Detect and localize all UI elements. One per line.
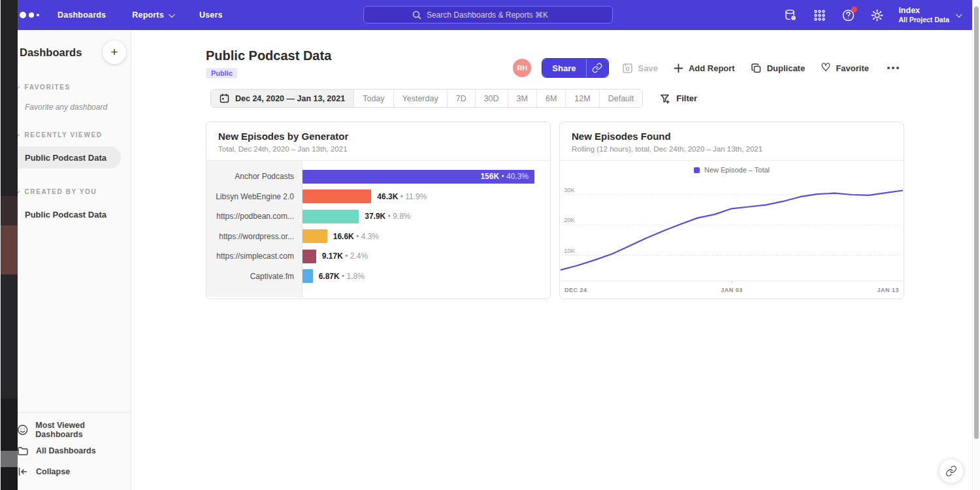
y-axis-tick: 30K [564,186,576,193]
avatar[interactable]: RH [513,59,531,77]
page-scrollbar [972,0,980,490]
project-switcher[interactable]: Index All Project Data [898,6,960,24]
date-preset-30d[interactable]: 30D [475,90,508,107]
nav-item-label: Users [199,10,223,20]
help-icon[interactable] [841,8,855,22]
bar-row: Captivate.fm6.87K • 1.8% [206,267,550,287]
folder-icon [17,445,29,457]
line-series-new-episode-total[interactable] [561,191,903,270]
link-icon [592,63,602,73]
nav-item-reports[interactable]: Reports [132,10,173,20]
date-preset-yesterday[interactable]: Yesterday [393,90,447,107]
legend-label: New Episode – Total [704,166,770,174]
data-management-icon[interactable] [783,8,798,22]
collapse-icon [17,466,29,478]
section-header-recently-viewed[interactable]: RECENTLY VIEWED [5,129,131,141]
nav-item-label: Reports [132,10,164,20]
date-preset-today[interactable]: Today [353,90,393,107]
top-nav: Dashboards Reports Users [5,0,972,30]
card-new-episodes-by-generator: New Episodes by Generator Total, Dec 24t… [206,122,551,299]
bar-segment[interactable]: 156K • 40.3% [302,170,534,184]
gear-icon[interactable] [870,8,884,22]
bar-segment[interactable] [302,269,313,283]
save-label: Save [638,63,658,73]
sidebar-item-public-podcast-data[interactable]: Public Podcast Data [5,146,121,169]
y-axis-tick: 10K [564,247,576,254]
share-button[interactable]: Share [542,59,585,77]
more-options-button[interactable] [885,64,902,72]
save-button[interactable]: Save [622,63,658,74]
nav-item-dashboards[interactable]: Dashboards [57,10,106,20]
date-preset-12m[interactable]: 12M [565,90,598,107]
notification-badge [851,7,857,12]
global-search[interactable] [363,6,613,24]
date-preset-6m[interactable]: 6M [536,90,565,107]
bar-value-label: 16.6K • 4.3% [333,232,379,241]
bar-row: Anchor Podcasts156K • 40.3% [206,167,550,187]
x-axis-tick: JAN 13 [877,287,899,293]
duplicate-button[interactable]: Duplicate [751,63,806,74]
visibility-badge: Public [206,68,237,78]
copy-link-button[interactable] [586,59,608,77]
all-dashboards-button[interactable]: All Dashboards [5,440,131,461]
card-title: New Episodes by Generator [218,131,538,142]
bar-segment[interactable] [302,250,316,263]
card-new-episodes-found: New Episodes Found Rolling (12 hours), t… [559,122,904,299]
bar-row: https://podbean.com...37.9K • 9.8% [206,206,550,227]
add-report-label: Add Report [689,63,735,73]
calendar-icon [220,93,229,103]
bar-value-label: 37.9K • 9.8% [365,212,410,221]
apps-grid-icon[interactable] [812,8,826,22]
footer-item-label: Collapse [36,467,70,476]
line-chart-plot[interactable]: 10K20K30KDEC 24JAN 03JAN 13 [561,178,903,297]
bar-segment[interactable] [302,210,359,223]
footer-item-label: All Dashboards [36,446,96,455]
chart-legend: New Episode – Total [560,161,904,174]
plus-icon [674,63,683,73]
bar-category-label: https://podbean.com... [206,212,302,221]
y-axis-tick: 20K [564,216,576,223]
most-viewed-dashboards-button[interactable]: Most Viewed Dashboards [5,419,131,440]
share-link-fab[interactable] [939,459,964,483]
sidebar-item-public-podcast-data[interactable]: Public Podcast Data [5,203,131,225]
sidebar-title: Dashboards [20,46,82,59]
share-split-button: Share [542,58,608,78]
bar-segment[interactable] [302,229,327,243]
section-header-favorites[interactable]: FAVORITES [5,81,131,93]
date-preset-7d[interactable]: 7D [447,90,475,107]
date-range-label: Dec 24, 2020 — Jan 13, 2021 [235,94,345,103]
search-input[interactable] [427,10,564,20]
x-axis-tick: DEC 24 [564,287,587,293]
add-report-button[interactable]: Add Report [674,63,735,73]
bar-segment[interactable] [302,189,371,203]
link-icon [945,465,957,477]
favorite-button[interactable]: ♡ Favorite [821,63,869,73]
bar-value-label: 46.3K • 11.9% [377,192,427,201]
smiley-icon [17,424,28,436]
bar-value-label: 6.87K • 1.8% [319,272,365,281]
mixpanel-logo-icon[interactable] [20,12,39,18]
section-header-created-by-you[interactable]: CREATED BY YOU [5,186,131,198]
chevron-down-icon [956,11,962,18]
collapse-sidebar-button[interactable]: Collapse [5,461,131,482]
add-dashboard-button[interactable]: + [103,41,126,64]
section-label: CREATED BY YOU [25,188,97,195]
bar-row: https://wordpress.or...16.6K • 4.3% [206,227,550,247]
date-range-button[interactable]: Dec 24, 2020 — Jan 13, 2021 [211,90,353,107]
nav-item-users[interactable]: Users [199,10,223,20]
filter-button[interactable]: Filter [660,93,697,104]
search-icon [412,10,421,20]
legend-swatch [694,167,700,173]
date-preset-default[interactable]: Default [599,90,643,107]
bar-category-label: Captivate.fm [206,272,302,281]
scrollbar-thumb[interactable] [974,7,979,439]
filter-funnel-icon [660,93,670,104]
card-title: New Episodes Found [572,131,892,142]
date-preset-3m[interactable]: 3M [508,90,536,107]
header-actions: RH Share Save Add Report Duplicate ♡ [513,58,902,78]
bar-category-label: https://simplecast.com [206,252,302,261]
x-axis-tick: JAN 03 [721,287,743,293]
bar-row: Libsyn WebEngine 2.046.3K • 11.9% [206,187,550,207]
bar-value-label: 9.17K • 2.4% [322,252,368,261]
date-preset-group: Dec 24, 2020 — Jan 13, 2021 TodayYesterd… [210,89,643,108]
